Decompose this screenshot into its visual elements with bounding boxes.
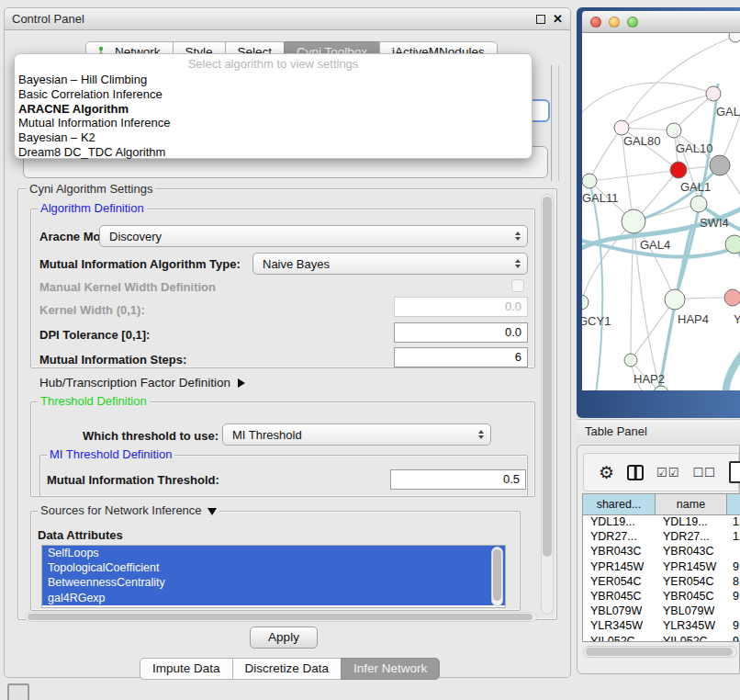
network-graph[interactable]: GALGAL80GAL10GAL1GAL11SWI4GAL4GCY1HAP4YH… <box>582 33 740 390</box>
deselect-all-checkboxes-icon[interactable]: ☐☐ <box>692 466 715 480</box>
algorithm-option[interactable]: Basic Correlation Inference <box>15 87 532 102</box>
network-edge[interactable] <box>622 94 713 128</box>
network-node[interactable] <box>665 289 685 310</box>
algorithm-option[interactable]: Mutual Information Inference <box>15 116 532 130</box>
scrollbar-thumb[interactable] <box>543 197 552 557</box>
algorithm-option[interactable]: ARACNE Algorithm <box>15 102 532 117</box>
scrollbar-thumb[interactable] <box>493 549 501 601</box>
mi-algorithm-type-select[interactable]: Naive Bayes <box>252 253 528 275</box>
network-edge[interactable] <box>589 170 678 181</box>
network-node[interactable] <box>624 354 637 367</box>
table-row[interactable]: YDL19...YDL19...13 <box>583 515 740 530</box>
network-edge-highlighted[interactable] <box>589 181 602 390</box>
node-label: GAL10 <box>676 141 712 155</box>
network-edge[interactable] <box>589 128 622 181</box>
tab-infer-network[interactable]: Infer Network <box>341 658 440 680</box>
algorithm-option[interactable]: Bayesian – K2 <box>15 130 532 145</box>
table-cell: YDR27... <box>583 530 656 545</box>
table-horizontal-scrollbar[interactable] <box>583 646 737 658</box>
collapsed-panel-icon[interactable] <box>7 683 29 700</box>
network-canvas[interactable]: GALGAL80GAL10GAL1GAL11SWI4GAL4GCY1HAP4YH… <box>582 33 740 390</box>
table-panel-title: Table Panel <box>577 419 740 443</box>
columns-icon[interactable] <box>627 465 644 480</box>
data-attributes-label: Data Attributes <box>38 528 123 542</box>
table-row[interactable]: YDR27...YDR27...12 <box>583 530 740 545</box>
gear-icon[interactable]: ⚙ <box>599 464 614 481</box>
network-node[interactable] <box>670 162 687 178</box>
select-all-checkboxes-icon[interactable]: ☑☑ <box>656 466 679 480</box>
network-node[interactable] <box>667 123 681 138</box>
algorithm-option[interactable]: Dream8 DC_TDC Algorithm <box>15 145 532 160</box>
node-table[interactable]: shared... name YDL19...YDL19...13YDR27..… <box>582 493 740 642</box>
stepper-icon <box>515 231 521 241</box>
network-window-titlebar[interactable] <box>582 11 740 33</box>
network-node[interactable] <box>724 289 740 306</box>
network-node[interactable] <box>725 235 740 254</box>
settings-horizontal-scrollbar[interactable] <box>25 612 537 622</box>
table-row[interactable]: YLR345WYLR345W9. <box>583 619 740 634</box>
scrollbar-thumb[interactable] <box>586 648 733 656</box>
network-node[interactable] <box>654 386 668 390</box>
table-row[interactable]: YBL079WYBL079W <box>583 604 740 619</box>
attribute-list-item[interactable]: TopologicalCoefficient <box>42 560 505 575</box>
aracne-mode-select[interactable]: Discovery <box>99 225 528 247</box>
table-cell <box>727 604 740 619</box>
tab-discretize-data[interactable]: Discretize Data <box>232 658 342 680</box>
column-header-partial[interactable] <box>727 494 740 514</box>
node-label: HAP4 <box>678 312 709 326</box>
network-node[interactable] <box>622 209 645 233</box>
close-window-icon[interactable] <box>590 17 601 28</box>
table-row[interactable]: YBR045CYBR045C9. <box>583 590 740 604</box>
table-cell: YBR043C <box>583 545 656 559</box>
attributes-scrollbar[interactable] <box>491 547 503 606</box>
minimize-window-icon[interactable] <box>609 17 620 28</box>
close-panel-icon[interactable]: ✕ <box>553 15 563 24</box>
table-row[interactable]: YBR043CYBR043C <box>583 545 740 559</box>
column-header-name[interactable]: name <box>656 494 727 514</box>
settings-vertical-scrollbar[interactable] <box>541 194 554 615</box>
zoom-window-icon[interactable] <box>627 17 638 28</box>
network-node[interactable] <box>729 33 740 42</box>
algorithm-dropdown-popup: Select algorithm to view settings Bayesi… <box>14 53 533 159</box>
network-edge[interactable] <box>622 128 674 130</box>
manual-kernel-width-checkbox[interactable] <box>511 279 524 292</box>
sources-group-title[interactable]: Sources for Network Inference <box>38 504 219 517</box>
attribute-list-item[interactable]: gal4RGexp <box>42 591 505 605</box>
dpi-tolerance-input[interactable]: 0.0 <box>394 322 528 343</box>
network-edge[interactable] <box>631 221 633 360</box>
document-icon[interactable] <box>729 461 740 483</box>
network-edge[interactable] <box>631 299 675 360</box>
network-node[interactable] <box>582 174 597 188</box>
network-view-window[interactable]: GALGAL80GAL10GAL1GAL11SWI4GAL4GCY1HAP4YH… <box>577 7 740 418</box>
data-attributes-list[interactable]: SelfLoopsTopologicalCoefficientBetweenne… <box>41 545 506 608</box>
node-label: Y <box>734 312 740 326</box>
scrollbar-thumb[interactable] <box>28 614 533 620</box>
network-edge-highlighted[interactable] <box>726 345 740 390</box>
network-node[interactable] <box>614 120 629 135</box>
table-row[interactable]: YIL052CYIL052C9 <box>583 635 740 643</box>
network-node[interactable] <box>706 86 721 101</box>
apply-button[interactable]: Apply <box>250 627 318 649</box>
attribute-list-item[interactable]: SelfLoops <box>42 546 505 560</box>
network-node[interactable] <box>690 196 707 212</box>
table-row[interactable]: YER054CYER054C8. <box>583 575 740 590</box>
kernel-width-input[interactable]: 0.0 <box>394 297 528 317</box>
hub-definition-toggle[interactable]: Hub/Transcription Factor Definition <box>39 376 245 390</box>
column-header-shared-name[interactable]: shared... <box>583 494 656 514</box>
which-threshold-select[interactable]: MI Threshold <box>222 423 491 446</box>
attribute-list-item[interactable]: BetweennessCentrality <box>42 575 505 590</box>
mi-threshold-input[interactable]: 0.5 <box>390 469 526 490</box>
mi-steps-input[interactable]: 6 <box>394 347 528 367</box>
table-cell: 12 <box>727 530 740 545</box>
network-edge[interactable] <box>582 221 633 302</box>
mi-threshold-label: Mutual Information Threshold: <box>47 473 219 487</box>
network-node[interactable] <box>710 155 730 175</box>
algorithm-option[interactable]: Bayesian – Hill Climbing <box>15 73 532 87</box>
tab-impute-data[interactable]: Impute Data <box>140 658 233 680</box>
mi-steps-label: Mutual Information Steps: <box>39 353 186 367</box>
table-cell: YBR043C <box>656 545 727 559</box>
float-panel-icon[interactable] <box>536 15 545 24</box>
table-row[interactable]: YPR145WYPR145W9. <box>583 560 740 575</box>
network-node[interactable] <box>582 295 589 310</box>
table-cell: YPR145W <box>656 560 727 575</box>
